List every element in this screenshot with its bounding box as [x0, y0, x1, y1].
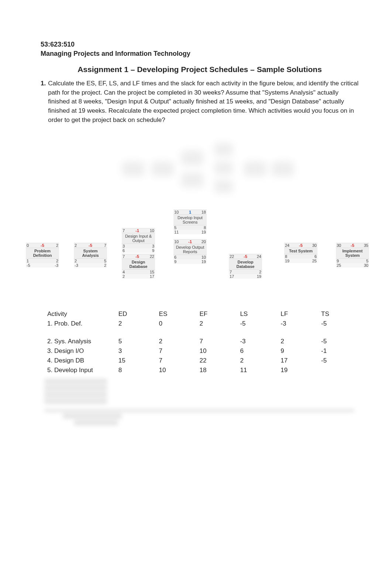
node-develop-output-reports: 10-120 Develop Output Reports 610 919	[173, 239, 207, 264]
node-problem-definition: 0-52 Problem Definition 12 -5-3	[26, 243, 59, 268]
node-implement-system: 30-535 Implement System 95 2530	[336, 243, 369, 268]
activity-table: Activity ED ES EF LS LF TS 1. Prob. Def.…	[44, 309, 359, 375]
node-system-analysis: 2-57 System Analysis 25 -32	[74, 243, 107, 268]
blurred-original-diagram	[107, 136, 292, 202]
course-title: Managing Projects and Information Techno…	[41, 50, 359, 58]
assignment-title: Assignment 1 – Developing Project Schedu…	[41, 65, 359, 74]
course-code: 53:623:510	[41, 41, 359, 48]
node-develop-input-screens: 10118 Develop Input Screens 58 1119	[173, 210, 207, 234]
blurred-remaining-content	[41, 379, 359, 425]
table-row: 3. Design I/O 3 7 10 6 9 -1	[44, 346, 359, 356]
table-row: 5. Develop Input 8 10 18 11 19	[44, 365, 359, 375]
node-test-system: 24-530 Test System 86 1925	[284, 243, 317, 263]
table-row: 4. Design DB 15 7 22 2 17 -5	[44, 356, 359, 365]
table-row: 1. Prob. Def. 2 0 2 -5 -3 -5	[44, 319, 359, 329]
question-number: 1.	[41, 79, 46, 125]
node-design-db: 7-522 Design Database 415 217	[122, 254, 155, 279]
node-develop-database: 22-524 Develop Database 72 1719	[229, 254, 262, 279]
table-row: 2. Sys. Analysis 5 2 7 -3 2 -5	[44, 337, 359, 346]
activity-table-header: Activity ED ES EF LS LF TS	[44, 309, 359, 319]
network-diagram: 0-52 Problem Definition 12 -5-3 2-57 Sys…	[26, 210, 380, 298]
question-text: Calculate the ES, EF, LS, and LF times a…	[48, 79, 359, 125]
node-design-io: 7-110 Design Input & Output 33 69	[122, 228, 155, 253]
